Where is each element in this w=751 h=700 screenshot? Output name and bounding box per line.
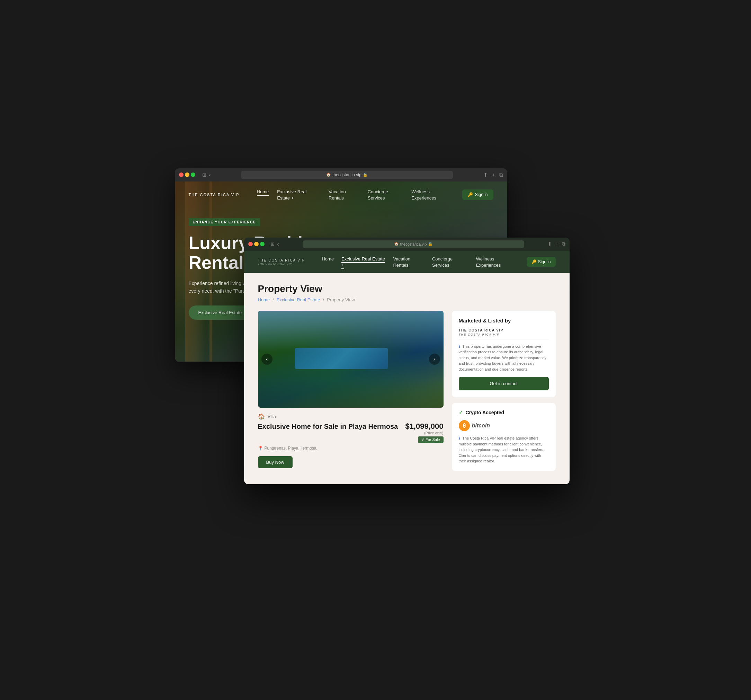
breadcrumb-home[interactable]: Home [258, 297, 270, 302]
tabs-icon[interactable]: ⧉ [499, 172, 503, 178]
get-contact-button[interactable]: Get in contact [459, 377, 549, 390]
share-icon[interactable]: ⬆ [484, 172, 488, 178]
check-icon: ✓ [459, 410, 463, 415]
property-main-col: ‹ › 🏠 Villa Exclusive Home for S [258, 311, 443, 474]
nav-item-concierge-1[interactable]: Concierge Services [368, 189, 403, 201]
property-price-block: $1,099,000 (Price only) ✔ For Sale [405, 422, 443, 443]
nav-links-1: Home Exclusive Real Estate + Vacation Re… [257, 189, 452, 201]
share-icon-2[interactable]: ⬆ [548, 241, 552, 247]
signin-button-2[interactable]: 🔑 Sign in [527, 257, 555, 267]
bitcoin-logo: ₿ bitcoin [459, 420, 549, 431]
agent-card: Marketed & Listed by THE COSTA RICA VIP … [452, 311, 556, 398]
buy-now-button[interactable]: Buy Now [258, 456, 292, 468]
window-2-wrapper: ⊞ ‹ 🏠 thecostarica.vip 🔒 ⬆ + ⧉ THE COSTA… [244, 238, 570, 484]
property-price: $1,099,000 [405, 422, 443, 431]
property-name: Exclusive Home for Sale in Playa Hermosa [258, 422, 398, 431]
maximize-button[interactable] [191, 172, 195, 177]
maximize-button-2[interactable] [260, 242, 264, 246]
property-name-price: Exclusive Home for Sale in Playa Hermosa… [258, 422, 443, 443]
property-content: Property View Home / Exclusive Real Esta… [244, 273, 570, 484]
site-icon: 🏠 [326, 172, 331, 177]
main-nav-1: THE COSTA RICA VIP Home Exclusive Real E… [175, 181, 507, 208]
window-controls-icon[interactable]: ⊞ [202, 172, 206, 178]
nav-item-wellness-1[interactable]: Wellness Experiences [411, 189, 451, 201]
nav-item-wellness-2[interactable]: Wellness Experiences [476, 256, 517, 268]
ground-sim [258, 380, 443, 408]
nav-item-home-2[interactable]: Home [321, 256, 334, 268]
nav-item-vacation-1[interactable]: Vacation Rentals [329, 189, 359, 201]
key-icon: 🔑 [468, 192, 473, 197]
lock-icon-2: 🔒 [428, 242, 433, 246]
agent-logo: THE COSTA RICA VIP The Costa Rica Vip [459, 328, 549, 339]
crypto-title: ✓ Crypto Accepted [459, 410, 549, 415]
lock-icon: 🔒 [363, 172, 368, 177]
key-icon-2: 🔑 [532, 259, 537, 264]
photo-next-button[interactable]: › [429, 354, 440, 365]
property-name-block: Exclusive Home for Sale in Playa Hermosa [258, 422, 398, 431]
signin-button-1[interactable]: 🔑 Sign in [462, 189, 493, 200]
nav-item-concierge-2[interactable]: Concierge Services [432, 256, 468, 268]
close-button[interactable] [179, 172, 184, 177]
toolbar-actions: ⬆ + ⧉ [484, 172, 503, 178]
property-location: 📍 Puntarenas, Playa Hermosa. [258, 446, 443, 451]
bitcoin-icon: ₿ [459, 420, 470, 431]
breadcrumb-sep-2: / [323, 297, 325, 302]
sky-sim [258, 311, 443, 352]
breadcrumb-real-estate[interactable]: Exclusive Real Estate [277, 297, 320, 302]
photo-prev-button[interactable]: ‹ [261, 354, 272, 365]
breadcrumb-current: Property View [327, 297, 355, 302]
add-tab-icon[interactable]: + [492, 172, 495, 178]
page-title: Property View [258, 283, 556, 294]
back-button-2[interactable]: ‹ [277, 241, 279, 247]
minimize-button-2[interactable] [254, 242, 259, 246]
nav-item-home-1[interactable]: Home [257, 189, 269, 201]
url-bar-2[interactable]: 🏠 thecostarica.vip 🔒 [303, 240, 524, 248]
hero-badge: ENHANCE YOUR EXPERIENCE [189, 218, 260, 226]
add-tab-icon-2[interactable]: + [555, 241, 558, 247]
bitcoin-label: bitcoin [472, 423, 490, 429]
main-nav-2: THE COSTA RICA VIP The Costa Rica VIP Ho… [244, 251, 570, 273]
close-button-2[interactable] [248, 242, 253, 246]
site-icon-2: 🏠 [394, 242, 399, 246]
nav-item-real-estate-1[interactable]: Exclusive Real Estate + [277, 189, 320, 201]
toolbar-2: ⬆ + ⧉ [548, 241, 565, 247]
logo-script-2: The Costa Rica VIP [258, 262, 305, 265]
url-text-1: thecostarica.vip [332, 172, 361, 177]
site-logo-1: THE COSTA RICA VIP [189, 193, 240, 197]
property-grid: ‹ › 🏠 Villa Exclusive Home for S [258, 311, 556, 474]
window-2: ⊞ ‹ 🏠 thecostarica.vip 🔒 ⬆ + ⧉ THE COSTA… [244, 238, 570, 484]
window-icon-2[interactable]: ⊞ [271, 242, 275, 246]
site-logo-2: THE COSTA RICA VIP The Costa Rica VIP [258, 259, 305, 265]
crypto-card: ✓ Crypto Accepted ₿ bitcoin ℹ The Costa … [452, 403, 556, 471]
info-icon-2: ℹ [459, 436, 460, 440]
property-photo: ‹ › [258, 311, 443, 408]
tabs-icon-2[interactable]: ⧉ [562, 241, 566, 247]
nav-item-vacation-2[interactable]: Vacation Rentals [393, 256, 425, 268]
back-button[interactable]: ‹ [209, 172, 211, 178]
titlebar-2: ⊞ ‹ 🏠 thecostarica.vip 🔒 ⬆ + ⧉ [244, 238, 570, 251]
for-sale-badge: ✔ For Sale [418, 437, 443, 443]
location-pin-icon: 📍 [258, 446, 263, 451]
price-note: (Price only) [405, 431, 443, 435]
info-icon: ℹ [459, 344, 460, 348]
nav-item-real-estate-2[interactable]: Exclusive Real Estate + [342, 256, 385, 268]
crypto-description: ℹ The Costa Rica VIP real estate agency … [459, 435, 549, 464]
breadcrumb-sep-1: / [272, 297, 274, 302]
url-text-2: thecostarica.vip [400, 242, 426, 246]
property-type-label: Villa [267, 414, 276, 419]
titlebar-1: ⊞ ‹ 🏠 thecostarica.vip 🔒 ⬆ + ⧉ [175, 168, 507, 181]
property-type-row: 🏠 Villa [258, 413, 443, 420]
verification-text: ℹ This property has undergone a comprehe… [459, 344, 549, 372]
villa-icon: 🏠 [258, 413, 265, 420]
nav-links-2: Home Exclusive Real Estate + Vacation Re… [321, 256, 517, 268]
minimize-button[interactable] [185, 172, 189, 177]
breadcrumb: Home / Exclusive Real Estate / Property … [258, 297, 556, 302]
sidebar-cards: Marketed & Listed by THE COSTA RICA VIP … [452, 311, 556, 474]
property-info: 🏠 Villa Exclusive Home for Sale in Playa… [258, 408, 443, 474]
agent-card-title: Marketed & Listed by [459, 317, 549, 324]
url-bar-1[interactable]: 🏠 thecostarica.vip 🔒 [241, 171, 453, 179]
